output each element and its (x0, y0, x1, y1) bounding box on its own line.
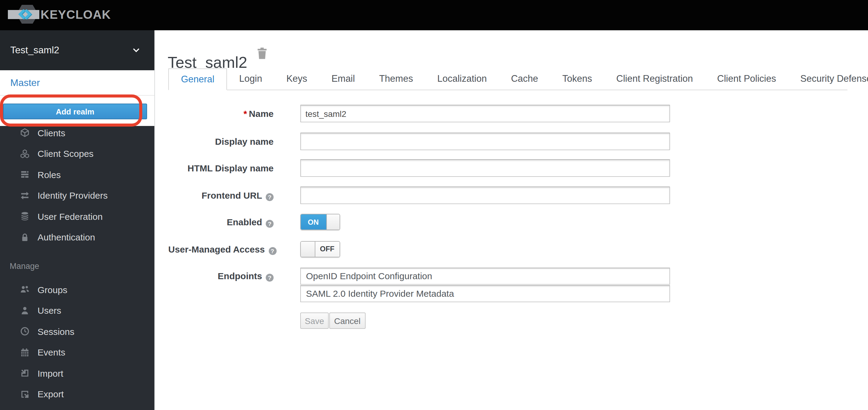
sidebar-item-label: Events (37, 347, 65, 358)
tasks-icon (20, 170, 30, 180)
exchange-arrows-icon (20, 191, 30, 201)
sidebar-nav-configure: Clients Client Scopes (0, 122, 154, 248)
endpoints-label: Endpoints? (168, 267, 274, 284)
sidebar-item-label: Users (37, 305, 61, 316)
enabled-label: Enabled? (168, 214, 274, 230)
toggle-handle (301, 241, 315, 257)
tab-client-registration[interactable]: Client Registration (604, 68, 705, 90)
save-button[interactable]: Save (300, 313, 329, 329)
display-name-label: Display name (168, 132, 274, 150)
manage-section-label: Manage (10, 262, 39, 271)
sidebar-item-identity-providers[interactable]: Identity Providers (0, 185, 154, 206)
tab-themes[interactable]: Themes (367, 68, 425, 90)
cancel-button[interactable]: Cancel (329, 313, 365, 329)
openid-endpoint-link[interactable]: OpenID Endpoint Configuration (300, 267, 670, 284)
frontend-url-label: Frontend URL? (168, 186, 274, 204)
cubes-icon (20, 149, 30, 159)
sidebar-item-client-scopes[interactable]: Client Scopes (0, 143, 154, 164)
top-navbar: KEYCLOAK (0, 0, 868, 30)
realm-link-master[interactable]: Master (0, 70, 154, 95)
sidebar-item-events[interactable]: Events (0, 342, 154, 363)
user-managed-access-toggle[interactable]: OFF (300, 241, 340, 257)
sidebar-item-label: Groups (37, 285, 67, 295)
sidebar-item-label: Import (37, 368, 63, 379)
clock-icon (20, 327, 30, 336)
form-row-html-display-name: HTML Display name (155, 159, 868, 177)
sidebar-item-label: Identity Providers (37, 191, 108, 201)
help-icon[interactable]: ? (266, 193, 274, 201)
form-actions: Save Cancel (155, 313, 868, 329)
sidebar-item-label: Roles (37, 170, 61, 180)
tab-security-defenses[interactable]: Security Defenses (788, 68, 868, 90)
sidebar-item-label: Export (37, 389, 64, 400)
name-label: *Name (168, 105, 274, 122)
form-row-name: *Name (155, 105, 868, 122)
required-marker: * (244, 109, 247, 119)
keycloak-logo[interactable]: KEYCLOAK (8, 3, 117, 27)
current-realm-name: Test_saml2 (10, 45, 59, 56)
realm-dropdown-panel: Master Add realm (0, 70, 154, 126)
help-icon[interactable]: ? (266, 273, 274, 281)
import-icon (20, 369, 30, 378)
sidebar-item-groups[interactable]: Groups (0, 279, 154, 300)
sidebar-item-roles[interactable]: Roles (0, 164, 154, 185)
frontend-url-input[interactable] (300, 186, 670, 204)
sidebar-item-user-federation[interactable]: User Federation (0, 206, 154, 227)
form-row-display-name: Display name (155, 132, 868, 150)
html-display-name-input[interactable] (300, 159, 670, 177)
tab-cache[interactable]: Cache (499, 68, 550, 90)
user-managed-access-label: User-Managed Access? (168, 241, 274, 257)
trash-icon (257, 47, 268, 59)
sidebar-item-label: Clients (37, 128, 65, 138)
calendar-icon (20, 348, 30, 357)
realm-tabs: General Login Keys Email Themes Localiza… (168, 68, 847, 90)
keycloak-admin-console: KEYCLOAK Test_saml2 Master Add realm (0, 0, 868, 410)
name-input[interactable] (300, 105, 670, 122)
tab-localization[interactable]: Localization (425, 68, 499, 90)
tab-keys[interactable]: Keys (274, 68, 319, 90)
realm-selector[interactable]: Test_saml2 (0, 30, 154, 70)
dropdown-divider (0, 95, 154, 96)
sidebar-item-label: Authentication (37, 232, 95, 242)
tab-email[interactable]: Email (319, 68, 367, 90)
form-row-endpoints: Endpoints? OpenID Endpoint Configuration (155, 267, 868, 284)
logo-text: KEYCLOAK (40, 8, 111, 21)
sidebar-item-label: Client Scopes (37, 149, 94, 159)
delete-realm-button[interactable] (257, 47, 268, 59)
sidebar-item-clients[interactable]: Clients (0, 122, 154, 143)
toggle-on-segment: ON (301, 214, 326, 230)
tab-login[interactable]: Login (227, 68, 274, 90)
sidebar-item-label: Sessions (37, 326, 74, 337)
cube-icon (20, 128, 30, 138)
help-icon[interactable]: ? (266, 220, 274, 228)
user-icon (20, 306, 30, 316)
tab-general[interactable]: General (168, 68, 227, 90)
chevron-down-icon (132, 48, 140, 53)
saml-metadata-link[interactable]: SAML 2.0 Identity Provider Metadata (300, 285, 670, 302)
toggle-handle (326, 214, 339, 230)
form-row-enabled: Enabled? ON (155, 214, 868, 230)
sidebar-item-label: User Federation (37, 211, 102, 222)
group-icon (20, 285, 30, 295)
tab-tokens[interactable]: Tokens (550, 68, 604, 90)
html-display-name-label: HTML Display name (168, 159, 274, 177)
export-icon (20, 389, 30, 399)
toggle-off-segment: OFF (315, 241, 339, 257)
sidebar-nav-manage: Groups Users Sessions (0, 279, 154, 405)
help-icon[interactable]: ? (269, 247, 276, 255)
database-icon (20, 212, 30, 221)
sidebar-item-users[interactable]: Users (0, 300, 154, 321)
form-row-user-managed-access: User-Managed Access? OFF (155, 241, 868, 257)
sidebar: Test_saml2 Master Add realm Clients (0, 30, 155, 410)
add-realm-button[interactable]: Add realm (3, 104, 147, 119)
sidebar-item-sessions[interactable]: Sessions (0, 321, 154, 342)
form-row-frontend-url: Frontend URL? (155, 186, 868, 204)
lock-icon (20, 233, 30, 242)
display-name-input[interactable] (300, 132, 670, 150)
enabled-toggle[interactable]: ON (300, 214, 340, 230)
form-row-endpoints-2: SAML 2.0 Identity Provider Metadata (155, 285, 868, 302)
sidebar-item-import[interactable]: Import (0, 363, 154, 384)
sidebar-item-authentication[interactable]: Authentication (0, 227, 154, 248)
tab-client-policies[interactable]: Client Policies (705, 68, 788, 90)
sidebar-item-export[interactable]: Export (0, 384, 154, 405)
